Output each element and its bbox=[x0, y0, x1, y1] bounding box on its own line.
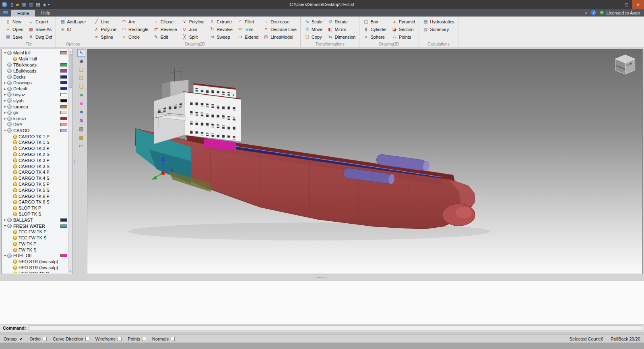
object-bulb-icon[interactable] bbox=[13, 200, 17, 204]
object-bulb-icon[interactable] bbox=[13, 140, 17, 144]
object-cargo-tk-3-p[interactable]: CARGO TK 3 P bbox=[2, 157, 68, 163]
object-bulb-icon[interactable] bbox=[13, 206, 17, 210]
ribbon-button-summary[interactable]: ▥Summary bbox=[421, 26, 456, 32]
expand-arrow[interactable]: ▾ bbox=[3, 129, 7, 132]
ribbon-button-save-as[interactable]: ▦Save As bbox=[27, 26, 54, 32]
object-bulb-icon[interactable] bbox=[13, 152, 17, 156]
ribbon-button-new[interactable]: ▯New bbox=[4, 19, 25, 25]
object-bulb-icon[interactable] bbox=[13, 146, 17, 150]
tab-home[interactable]: Home bbox=[11, 10, 35, 17]
object-bulb-icon[interactable] bbox=[13, 194, 17, 198]
layer-drawings[interactable]: ▸ Drawings bbox=[2, 80, 68, 86]
layer-color-swatch[interactable] bbox=[60, 99, 67, 102]
visibility-eye-icon[interactable] bbox=[7, 128, 12, 133]
visibility-eye-icon[interactable] bbox=[7, 116, 12, 121]
ribbon-button-polyline[interactable]: ∧Polyline bbox=[93, 26, 118, 32]
expand-arrow[interactable]: ▸ bbox=[3, 81, 7, 85]
visibility-eye-icon[interactable] bbox=[7, 92, 12, 97]
object-tec-fw-tk-s[interactable]: TEC FW TK S bbox=[2, 235, 68, 241]
ribbon-button-line[interactable]: ╱Line bbox=[93, 19, 118, 25]
checkbox[interactable] bbox=[171, 337, 175, 341]
object-cargo-tk-5-s[interactable]: CARGO TK 5 S bbox=[2, 187, 68, 193]
superstructure[interactable] bbox=[152, 67, 241, 144]
tool-zebra-analysis-icon[interactable]: ≋ bbox=[77, 117, 85, 125]
object-bulb-icon[interactable] bbox=[13, 182, 17, 186]
object-cargo-tk-4-s[interactable]: CARGO TK 4 S bbox=[2, 175, 68, 181]
layer-fresh-water[interactable]: ▾ FRESH WATER bbox=[2, 223, 68, 229]
tool-record-view-icon[interactable]: ▭ bbox=[77, 142, 85, 150]
viewport-canvas[interactable]: X STARBOARD FORE bbox=[87, 49, 642, 274]
toggle-points[interactable]: Points bbox=[128, 337, 146, 341]
visibility-eye-icon[interactable] bbox=[7, 62, 12, 67]
object-cargo-tk-2-s[interactable]: CARGO TK 2 S bbox=[2, 152, 68, 158]
tool-layers-add-icon[interactable]: ❏ bbox=[77, 75, 85, 82]
quick-print-icon[interactable]: ▤ bbox=[36, 2, 40, 7]
ribbon-button-addlayer[interactable]: ▤AddLayer bbox=[58, 19, 87, 25]
ribbon-button-polyline[interactable]: ∨Polyline bbox=[181, 19, 206, 25]
layer-color-swatch[interactable] bbox=[60, 129, 67, 132]
ribbon-button-spline[interactable]: ≈Spline bbox=[93, 34, 118, 40]
ribbon-button-id[interactable]: ◈ID bbox=[58, 26, 87, 32]
viewport-log-splitter[interactable] bbox=[0, 275, 644, 280]
layer-color-swatch[interactable] bbox=[60, 111, 67, 114]
checkbox[interactable]: ✔ bbox=[19, 337, 23, 341]
object-bulb-icon[interactable] bbox=[13, 266, 17, 270]
toggle-ortho[interactable]: Ortho bbox=[29, 337, 47, 341]
object-bulb-icon[interactable] bbox=[13, 135, 17, 139]
quick-open-folder-icon[interactable]: ▰ bbox=[16, 2, 19, 7]
layer-color-swatch[interactable] bbox=[60, 224, 67, 228]
object-bulb-icon[interactable] bbox=[13, 230, 17, 234]
tab-help[interactable]: Help bbox=[35, 9, 56, 17]
ribbon-button-decrase-line[interactable]: ≡Decrase Line bbox=[262, 26, 298, 32]
expand-arrow[interactable]: ▸ bbox=[3, 87, 7, 91]
quick-access-chevron-icon[interactable]: ▾ bbox=[48, 3, 50, 6]
layer-ballast[interactable]: ▸ BALLAST bbox=[2, 217, 68, 223]
ribbon-button-sweep[interactable]: ↝Sweep bbox=[208, 34, 234, 40]
visibility-eye-icon[interactable] bbox=[7, 51, 12, 55]
tool-layers-copy-icon[interactable]: ❏ bbox=[77, 83, 85, 91]
toggle-wireframe[interactable]: Wireframe bbox=[95, 337, 122, 341]
tree-viewport-splitter[interactable] bbox=[73, 47, 76, 275]
visibility-eye-icon[interactable] bbox=[7, 69, 12, 73]
ribbon-button-edit[interactable]: ✎Edit bbox=[152, 34, 178, 40]
toggle-normals[interactable]: Normals bbox=[152, 337, 175, 341]
checkbox[interactable] bbox=[43, 337, 47, 341]
object-slop-tk-p[interactable]: SLOP TK P bbox=[2, 205, 68, 211]
layer-color-swatch[interactable] bbox=[60, 93, 67, 96]
layer-beyaz[interactable]: ▸ beyaz bbox=[2, 92, 68, 98]
object-hfo-str-tk-p[interactable]: HFO STR TK P bbox=[2, 270, 68, 273]
object-bulb-icon[interactable] bbox=[13, 164, 17, 168]
ribbon-button-dimension[interactable]: ↹Dimension bbox=[326, 34, 357, 40]
layer-color-swatch[interactable] bbox=[60, 218, 67, 222]
object-bulb-icon[interactable] bbox=[13, 57, 17, 61]
ribbon-button-box[interactable]: ▢Box bbox=[362, 19, 388, 25]
tool-layers-visibility-icon[interactable]: ❏ bbox=[77, 66, 85, 74]
expand-arrow[interactable]: ▾ bbox=[3, 254, 7, 258]
visibility-eye-icon[interactable] bbox=[7, 104, 12, 109]
object-slop-tk-s[interactable]: SLOP TK S bbox=[2, 211, 68, 217]
ribbon-button-rectangle[interactable]: ▭Rectangle bbox=[120, 26, 150, 32]
ribbon-button-extend[interactable]: ↦Extend bbox=[236, 34, 260, 40]
layer-cargo[interactable]: ▾ CARGO bbox=[2, 127, 68, 133]
ribbon-button-circle[interactable]: ○Circle bbox=[120, 34, 150, 40]
ribbon-button-scale[interactable]: ⇘Scale bbox=[303, 19, 324, 25]
visibility-eye-icon[interactable] bbox=[7, 224, 12, 228]
layer-decks[interactable]: Decks bbox=[2, 74, 68, 80]
object-bulb-icon[interactable] bbox=[13, 158, 17, 162]
help-info-icon[interactable]: i bbox=[591, 10, 596, 15]
expand-arrow[interactable]: ▸ bbox=[3, 99, 7, 102]
layer-color-swatch[interactable] bbox=[60, 75, 67, 79]
ribbon-button-mirror[interactable]: ◧Mirror bbox=[326, 26, 357, 32]
layer-turuncu[interactable]: ▸ turuncu bbox=[2, 104, 68, 110]
visibility-eye-icon[interactable] bbox=[7, 87, 12, 91]
maximize-window-button[interactable]: ▢ bbox=[621, 0, 632, 9]
tool-select-pointer-icon[interactable]: ↖ bbox=[77, 49, 85, 57]
ribbon-button-ellipse[interactable]: ○Ellipse bbox=[152, 19, 178, 25]
expand-arrow[interactable]: ▸ bbox=[3, 105, 7, 108]
ribbon-button-hydrostatics[interactable]: ▤Hydrostatics bbox=[421, 19, 456, 25]
ribbon-button-points[interactable]: ∴Points bbox=[390, 34, 416, 40]
object-cargo-tk-2-p[interactable]: CARGO TK 2 P bbox=[2, 145, 68, 152]
ribbon-button-section[interactable]: ◪Section bbox=[390, 26, 416, 32]
object-bulb-icon[interactable] bbox=[13, 170, 17, 174]
tool-swatch-pink-icon[interactable]: ■ bbox=[77, 100, 85, 108]
